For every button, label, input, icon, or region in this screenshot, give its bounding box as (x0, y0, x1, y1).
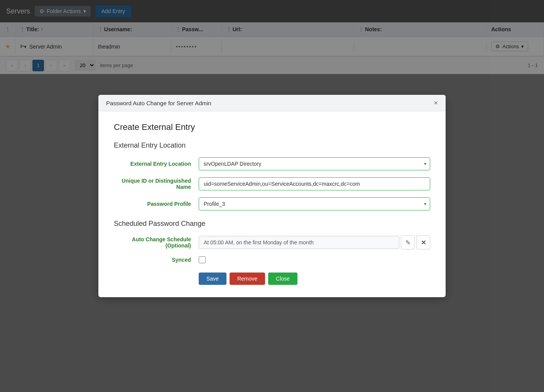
remove-button[interactable]: Remove (230, 273, 265, 285)
close-button[interactable]: Close (268, 273, 297, 285)
schedule-label: Auto Change Schedule (Optional) (114, 236, 199, 249)
unique-id-group: Unique ID or Distinguished Name (114, 177, 430, 190)
password-profile-wrapper: Profile_3 ▾ (199, 197, 430, 210)
modal: Password Auto Change for Server Admin × … (98, 95, 446, 297)
synced-group: Synced (114, 256, 430, 263)
external-entry-location-wrapper: srvOpenLDAP Directory ▾ (199, 157, 430, 170)
scheduled-section-heading: Scheduled Password Change (114, 220, 430, 228)
password-profile-select[interactable]: Profile_3 (199, 197, 430, 210)
modal-section-title: Create External Entry (114, 122, 430, 132)
external-entry-location-label: External Entry Location (114, 161, 199, 167)
edit-icon: ✎ (405, 239, 411, 246)
unique-id-label: Unique ID or Distinguished Name (114, 178, 199, 190)
save-button[interactable]: Save (199, 273, 226, 285)
schedule-clear-button[interactable]: ✕ (416, 236, 430, 249)
schedule-input-wrapper: ✎ ✕ (199, 236, 430, 249)
modal-overlay: Password Auto Change for Server Admin × … (0, 0, 544, 392)
external-entry-location-select[interactable]: srvOpenLDAP Directory (199, 157, 430, 170)
modal-header: Password Auto Change for Server Admin × (98, 95, 446, 111)
external-entry-location-group: External Entry Location srvOpenLDAP Dire… (114, 157, 430, 170)
modal-title: Password Auto Change for Server Admin (106, 100, 211, 106)
password-profile-group: Password Profile Profile_3 ▾ (114, 197, 430, 210)
external-entry-section-heading: External Entry Location (114, 141, 430, 150)
close-icon: ✕ (421, 239, 426, 246)
modal-body: Create External Entry External Entry Loc… (98, 111, 446, 297)
schedule-edit-button[interactable]: ✎ (401, 236, 415, 249)
modal-close-button[interactable]: × (434, 99, 438, 106)
password-profile-label: Password Profile (114, 201, 199, 207)
schedule-input[interactable] (199, 236, 399, 249)
modal-buttons: Save Remove Close (114, 273, 430, 285)
synced-label: Synced (114, 257, 199, 263)
synced-checkbox[interactable] (199, 256, 206, 263)
schedule-group: Auto Change Schedule (Optional) ✎ ✕ (114, 236, 430, 249)
unique-id-input[interactable] (199, 177, 430, 190)
